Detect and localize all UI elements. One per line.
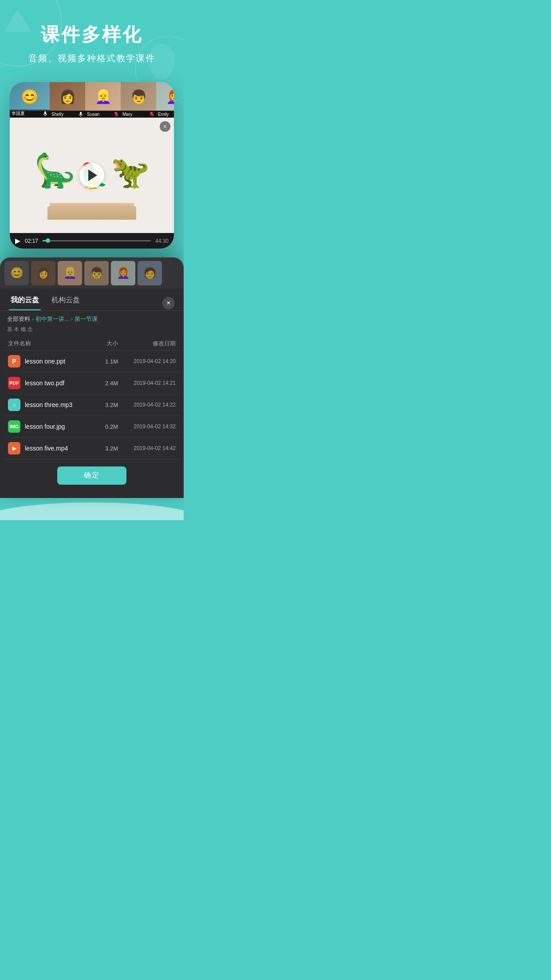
participant-name-emily: Emily xyxy=(158,112,174,117)
bg-person-6: 🧑 xyxy=(138,261,162,285)
file-size-1: 1.1M xyxy=(91,358,118,365)
file-name-2: lesson two.pdf xyxy=(25,379,65,387)
participant-shelly[interactable]: 👩 Shelly xyxy=(50,82,85,118)
bg-people-row: 😊 👩 👱‍♀️ 👦 👩‍🦰 🧑 xyxy=(0,257,184,288)
file-date-5: 2019-04-02 14:42 xyxy=(118,445,176,451)
file-date-1: 2019-04-02 14:20 xyxy=(118,358,176,364)
confirm-button[interactable]: 确定 xyxy=(57,466,126,485)
breadcrumb-sep2: › xyxy=(71,316,73,322)
file-date-2: 2019-04-02 14:21 xyxy=(118,380,176,386)
participant-name-li: 李国夏 xyxy=(12,111,41,117)
participant-name-mary: Mary xyxy=(122,112,148,117)
col-header-size: 大小 xyxy=(91,340,118,348)
bottom-area xyxy=(0,498,184,520)
bg-person-1: 😊 xyxy=(4,261,29,285)
breadcrumb-mid[interactable]: 初中第一讲... xyxy=(35,315,69,323)
dino-long-neck: 🦕 xyxy=(34,151,76,190)
file-size-4: 0.2M xyxy=(91,423,118,430)
file-icon-pdf: PDF xyxy=(8,377,20,389)
play-triangle-icon xyxy=(88,170,97,181)
table-row[interactable]: ▶ lesson five.mp4 3.2M 2019-04-02 14:42 xyxy=(4,438,180,459)
file-name-5: lesson five.mp4 xyxy=(25,445,91,452)
file-size-3: 3.2M xyxy=(91,402,118,408)
page-title: 课件多样化 xyxy=(9,22,175,47)
file-icon-jpg: IMG xyxy=(8,420,20,433)
breadcrumb-sub: 基 本 概 念 xyxy=(0,326,184,337)
file-size-2: 2.4M xyxy=(91,380,118,387)
file-size-5: 3.2M xyxy=(91,445,118,452)
table-row[interactable]: PDF lesson two.pdf 摩擦力演示 2.4M 2019-04-02… xyxy=(4,372,180,394)
video-area: 🦕 🦜 🦖 × xyxy=(10,118,174,233)
progress-dot xyxy=(46,238,50,243)
bottom-wave xyxy=(0,502,184,520)
file-name-3: lesson three.mp3 xyxy=(25,401,91,408)
participants-row: 😊 李国夏 👩 Shelly 👱‍ xyxy=(10,82,174,118)
close-panel-button[interactable]: × xyxy=(162,297,175,309)
bg-person-2: 👩 xyxy=(31,261,55,285)
file-name-4: lesson four.jpg xyxy=(25,423,91,430)
breadcrumb-end[interactable]: 第一节课 xyxy=(75,315,98,323)
cloud-panel: 😊 👩 👱‍♀️ 👦 👩‍🦰 🧑 我的云盘 机构云盘 × 全部资料 › 初中第一… xyxy=(0,257,184,498)
play-button[interactable] xyxy=(79,163,104,188)
breadcrumb-root[interactable]: 全部资料 xyxy=(7,315,30,323)
breadcrumb: 全部资料 › 初中第一讲... › 第一节课 xyxy=(0,311,184,326)
tab-org-cloud[interactable]: 机构云盘 xyxy=(50,296,82,310)
progress-bar[interactable] xyxy=(43,240,151,241)
breadcrumb-sep1: › xyxy=(32,316,34,322)
close-video-button[interactable]: × xyxy=(160,121,170,132)
time-total: 44:30 xyxy=(155,238,169,244)
dino-triceratops: 🦖 xyxy=(111,154,150,190)
file-date-3: 2019-04-02 14:22 xyxy=(118,402,176,408)
file-icon-mp4: ▶ xyxy=(8,442,20,454)
books-stack xyxy=(47,206,136,220)
confirm-row: 确定 xyxy=(0,459,184,485)
file-name-1: lesson one.ppt xyxy=(25,358,65,365)
file-icon-mp3: ♫ xyxy=(8,399,20,411)
col-header-name: 文件名称 xyxy=(8,340,91,348)
tab-my-cloud[interactable]: 我的云盘 xyxy=(9,296,41,310)
play-pause-button[interactable]: ▶ xyxy=(15,237,20,245)
bg-person-3: 👱‍♀️ xyxy=(58,261,82,285)
table-row[interactable]: ♫ lesson three.mp3 3.2M 2019-04-02 14:22 xyxy=(4,394,180,416)
file-icon-ppt: P xyxy=(8,355,20,368)
mic-icon-mary xyxy=(149,111,154,117)
participant-name-susan: Susan xyxy=(87,112,112,117)
svg-rect-2 xyxy=(80,112,82,115)
participant-name-shelly: Shelly xyxy=(51,112,77,117)
mic-icon-li xyxy=(43,111,48,116)
video-controls: ▶ 02:17 44:30 xyxy=(10,233,174,249)
table-header: 文件名称 大小 修改日期 xyxy=(4,337,180,351)
file-date-4: 2019-04-02 14:32 xyxy=(118,423,176,430)
participant-mary[interactable]: 👦 Mary xyxy=(121,82,156,118)
participant-li[interactable]: 😊 李国夏 xyxy=(10,82,50,118)
file-table: 文件名称 大小 修改日期 P lesson one.ppt 摩擦力定义:当一个物… xyxy=(0,337,184,459)
time-current: 02:17 xyxy=(25,238,38,244)
table-row[interactable]: P lesson one.ppt 摩擦力定义:当一个物体在另一个物体的表面上相对… xyxy=(4,351,180,372)
header-section: 课件多样化 音频、视频多种格式教学课件 xyxy=(0,0,184,78)
col-header-date: 修改日期 xyxy=(118,340,176,348)
bg-person-4: 👦 xyxy=(84,261,109,285)
panel-header: 我的云盘 机构云盘 × xyxy=(0,288,184,311)
mic-icon-susan xyxy=(114,111,119,117)
participant-susan[interactable]: 👱‍♀️ Susan xyxy=(85,82,121,118)
participant-emily[interactable]: 👩‍🦰 Emily xyxy=(156,82,174,118)
svg-rect-0 xyxy=(44,111,46,115)
bg-person-5: 👩‍🦰 xyxy=(111,261,135,285)
page-subtitle: 音频、视频多种格式教学课件 xyxy=(9,52,175,64)
mic-icon-shelly xyxy=(78,111,83,117)
table-row[interactable]: IMG lesson four.jpg 0.2M 2019-04-02 14:3… xyxy=(4,416,180,438)
phone-mockup: 😊 李国夏 👩 Shelly 👱‍ xyxy=(10,82,174,249)
